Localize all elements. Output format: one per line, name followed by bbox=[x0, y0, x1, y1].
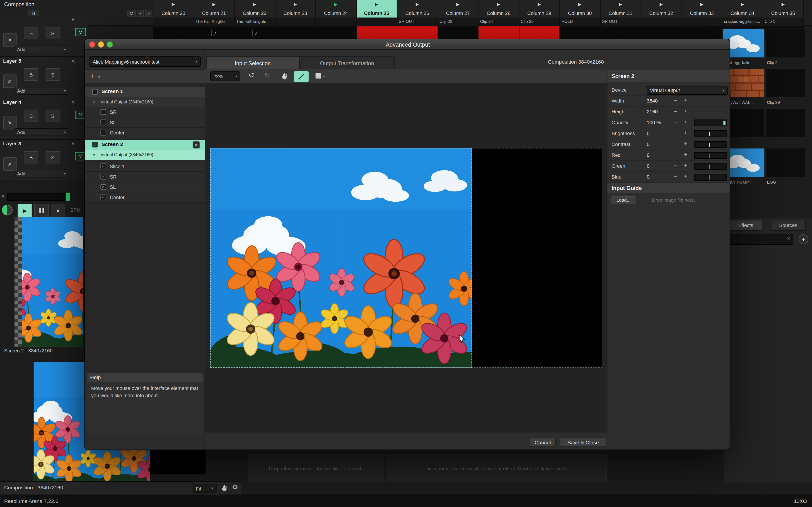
layer-clear-button[interactable]: ✕ bbox=[3, 33, 16, 46]
crossfader-handle[interactable] bbox=[66, 193, 70, 201]
column-label[interactable]: Column 32 bbox=[641, 9, 681, 18]
clip-thumbnail-partial[interactable] bbox=[766, 148, 805, 177]
decrement-button[interactable]: – bbox=[672, 119, 679, 126]
column-label[interactable]: Column 28 bbox=[478, 9, 519, 18]
layer-solo-button[interactable]: S bbox=[46, 27, 60, 39]
column-label[interactable]: Column 27 bbox=[438, 9, 478, 18]
column[interactable]: ▶ Column 26 SR OUT ♪ bbox=[397, 0, 438, 39]
column-label[interactable]: Column 31 bbox=[600, 9, 641, 18]
increment-button[interactable]: + bbox=[682, 130, 689, 137]
property-value[interactable]: 0 bbox=[647, 130, 671, 136]
column-play-button[interactable]: ▶ bbox=[357, 0, 397, 9]
next-column-button[interactable]: » bbox=[145, 10, 152, 17]
column[interactable]: ▶ Column 28 Clip 24 ♪ bbox=[478, 0, 519, 39]
fit-select[interactable]: Fit▾ bbox=[193, 484, 216, 493]
chevron-down-icon[interactable]: ▾ bbox=[98, 75, 100, 79]
column[interactable]: ▶ Column 24 ♪ bbox=[316, 0, 356, 39]
layer-blend-mode-select[interactable]: Add▾ bbox=[14, 128, 68, 136]
add-button[interactable]: + bbox=[799, 234, 808, 244]
clip-cell[interactable]: ♪ bbox=[519, 26, 559, 39]
zoom-select[interactable]: 22%▾ bbox=[210, 71, 240, 81]
column-label[interactable]: Column 21 bbox=[194, 9, 234, 18]
chevron-down-icon[interactable]: ▾ bbox=[93, 153, 95, 157]
clip-thumbnail-partial[interactable] bbox=[766, 29, 805, 58]
tab-sources[interactable]: Sources bbox=[770, 220, 806, 231]
clip-cell[interactable]: ♪ bbox=[397, 26, 437, 39]
composition-black-area[interactable] bbox=[472, 148, 602, 368]
master-button[interactable]: M bbox=[127, 10, 136, 17]
output-canvas[interactable] bbox=[205, 83, 607, 433]
column[interactable]: ▶ Column 25 ♪ bbox=[357, 0, 397, 39]
column-play-button[interactable]: ▶ bbox=[235, 0, 274, 9]
media-drop-zone[interactable]: Drop audio, video, mask, source or effec… bbox=[386, 454, 607, 482]
layer-autopilot-label[interactable]: A bbox=[71, 141, 74, 147]
chevron-down-icon[interactable]: ▾ bbox=[323, 74, 325, 78]
layer-video-toggle[interactable]: V bbox=[75, 28, 86, 36]
play-button[interactable]: ▶ bbox=[18, 204, 32, 217]
redo-icon[interactable]: ↻ bbox=[264, 71, 270, 79]
add-screen-button[interactable]: + bbox=[90, 72, 95, 80]
layer-bypass-button[interactable]: B bbox=[24, 27, 38, 39]
clip-cell[interactable]: ♪ bbox=[682, 26, 722, 39]
edit-slice-tool-active[interactable] bbox=[294, 71, 309, 82]
undo-icon[interactable]: ↺ bbox=[249, 71, 254, 79]
column-play-button[interactable]: ▶ bbox=[397, 0, 437, 9]
stop-button[interactable]: ■ bbox=[51, 204, 65, 217]
property-slider[interactable] bbox=[695, 163, 726, 170]
decrement-button[interactable]: – bbox=[672, 173, 679, 181]
column-label[interactable]: Column 35 bbox=[763, 9, 803, 18]
property-slider[interactable] bbox=[695, 141, 726, 148]
column-label[interactable]: Column 34 bbox=[722, 9, 763, 18]
decrement-button[interactable]: – bbox=[672, 108, 679, 115]
column-label[interactable]: Column 30 bbox=[560, 9, 600, 18]
decrement-button[interactable]: – bbox=[672, 130, 679, 137]
increment-button[interactable]: + bbox=[682, 163, 689, 170]
column-play-button[interactable]: ▶ bbox=[600, 0, 641, 9]
column-play-button[interactable]: ▶ bbox=[194, 0, 234, 9]
property-slider[interactable] bbox=[695, 119, 726, 126]
property-value[interactable]: 0 bbox=[647, 163, 671, 169]
clip-thumbnail-partial[interactable] bbox=[766, 108, 805, 137]
clip-cell[interactable]: ♪ bbox=[235, 26, 274, 39]
layer-name[interactable]: Layer 4 bbox=[3, 99, 21, 105]
layer-bypass-button[interactable]: B bbox=[24, 68, 38, 81]
clip-cell[interactable]: ♪ bbox=[478, 26, 519, 39]
clip-cell[interactable]: ♪ bbox=[194, 26, 234, 39]
property-value[interactable]: 0 bbox=[647, 174, 671, 179]
layer-name[interactable]: Layer 5 bbox=[3, 58, 21, 64]
decrement-button[interactable]: – bbox=[672, 141, 679, 148]
layer-autopilot-label[interactable]: A bbox=[71, 17, 74, 22]
tree-item-slice[interactable]: ✓ Slice 1 bbox=[85, 161, 205, 172]
layer-autopilot-label[interactable]: A bbox=[71, 100, 74, 105]
gear-icon[interactable]: ⚙ bbox=[232, 483, 238, 491]
column-play-button[interactable]: ▶ bbox=[478, 0, 519, 9]
clip-cell[interactable]: ♪ bbox=[600, 26, 641, 39]
clip-thumbnail-partial[interactable] bbox=[766, 68, 805, 98]
tree-item-slice[interactable]: ✓ SL bbox=[85, 182, 205, 192]
pan-hand-icon[interactable] bbox=[221, 484, 229, 492]
column-play-button[interactable]: ▶ bbox=[560, 0, 600, 9]
clear-search-icon[interactable]: ✕ bbox=[787, 236, 791, 241]
column-play-button[interactable]: ▶ bbox=[275, 0, 315, 9]
clip-cell[interactable]: ♪ bbox=[153, 26, 194, 39]
column-play-button[interactable]: ▶ bbox=[438, 0, 478, 9]
column[interactable]: ▶ Column 30 HOLD ♪ bbox=[560, 0, 600, 39]
column-play-button[interactable]: ▶ bbox=[316, 0, 356, 9]
remove-screen-icon[interactable]: ✕ bbox=[193, 141, 200, 149]
column-label[interactable]: Column 24 bbox=[316, 9, 356, 18]
checkbox[interactable] bbox=[100, 130, 106, 135]
tree-item-slice[interactable]: SL bbox=[85, 117, 205, 128]
layer-blend-mode-select[interactable]: Add▾ bbox=[14, 46, 68, 53]
layer-solo-button[interactable]: S bbox=[46, 151, 60, 163]
clip-cell[interactable]: ♪ bbox=[275, 26, 315, 39]
effect-drop-zone[interactable]: Drop effect or mask. Double click to sea… bbox=[249, 454, 384, 482]
increment-button[interactable]: + bbox=[682, 97, 689, 105]
column-label[interactable]: Column 29 bbox=[519, 9, 559, 18]
grid-icon[interactable]: ▦ bbox=[315, 71, 321, 79]
preset-select[interactable]: Alice Mappingv6 macbook test ▾ bbox=[89, 56, 201, 67]
device-select[interactable]: Virtual Output▾ bbox=[647, 86, 728, 95]
crossfader-track[interactable] bbox=[7, 193, 65, 201]
tree-item-slice[interactable]: SR bbox=[85, 107, 205, 117]
property-slider[interactable] bbox=[695, 130, 726, 137]
save-close-button[interactable]: Save & Close bbox=[560, 438, 607, 447]
